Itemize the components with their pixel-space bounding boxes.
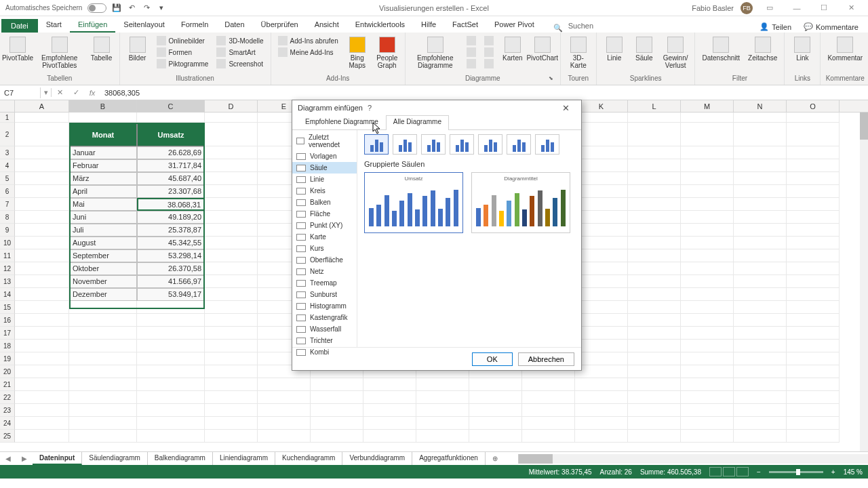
cell-O23[interactable] [787, 404, 840, 417]
cell-C7[interactable]: 38.068,31 [137, 198, 205, 211]
cell-O11[interactable] [787, 249, 840, 262]
cell-D2[interactable] [205, 123, 258, 146]
cell-L14[interactable] [628, 288, 681, 301]
chart-hierarchy-button[interactable] [464, 47, 479, 58]
chart-subtype-6[interactable] [535, 134, 559, 155]
view-pagebreak-button[interactable] [736, 467, 749, 476]
row-header-3[interactable]: 3 [0, 146, 15, 159]
cell-M21[interactable] [681, 378, 734, 391]
share-button[interactable]: 👤Teilen [754, 21, 797, 33]
sheet-tab-aggregatfunktionen[interactable]: Aggregatfunktionen [412, 452, 486, 465]
cell-N19[interactable] [734, 352, 787, 365]
row-header-20[interactable]: 20 [0, 365, 15, 378]
cell-D10[interactable] [205, 237, 258, 249]
myaddins-button[interactable]: Meine Add-Ins [275, 47, 341, 58]
table-button[interactable]: Tabelle [88, 35, 115, 63]
ribbon-tab-daten[interactable]: Daten [216, 18, 252, 33]
cell-N9[interactable] [734, 224, 787, 237]
row-header-2[interactable]: 2 [0, 123, 15, 146]
cell-N25[interactable] [734, 430, 787, 443]
name-box[interactable]: C7 [0, 87, 41, 98]
cell-K10[interactable] [575, 237, 628, 249]
cell-A2[interactable] [15, 123, 69, 146]
recommended-charts-button[interactable]: Empfohlene Diagramme [410, 35, 461, 70]
cell-G21[interactable] [363, 378, 416, 391]
comment-button[interactable]: Kommentar [825, 35, 865, 63]
cell-D24[interactable] [205, 417, 258, 430]
cell-F25[interactable] [311, 430, 363, 443]
chart-type-vorlagen[interactable]: Vorlagen [292, 150, 357, 162]
row-header-14[interactable]: 14 [0, 288, 15, 301]
cell-C24[interactable] [137, 417, 205, 430]
row-header-7[interactable]: 7 [0, 198, 15, 211]
chart-subtype-3[interactable] [450, 134, 474, 155]
cell-A23[interactable] [15, 404, 69, 417]
cell-D20[interactable] [205, 365, 258, 378]
cell-D6[interactable] [205, 185, 258, 198]
cell-D16[interactable] [205, 314, 258, 327]
dialog-close-icon[interactable]: ✕ [555, 103, 576, 113]
cancel-button[interactable]: Abbrechen [518, 352, 574, 366]
cell-M9[interactable] [681, 224, 734, 237]
cell-D13[interactable] [205, 275, 258, 288]
cell-M25[interactable] [681, 430, 734, 443]
cell-M18[interactable] [681, 340, 734, 352]
ribbon-tab-formeln[interactable]: Formeln [173, 18, 216, 33]
cell-L18[interactable] [628, 340, 681, 352]
cell-H25[interactable] [416, 430, 469, 443]
cell-M13[interactable] [681, 275, 734, 288]
cell-C1[interactable] [137, 113, 205, 123]
cell-A24[interactable] [15, 417, 69, 430]
cell-M17[interactable] [681, 327, 734, 340]
cell-D17[interactable] [205, 327, 258, 340]
fx-icon[interactable]: fx [84, 89, 100, 97]
recommended-pivot-button[interactable]: Empfohlene PivotTables [34, 35, 85, 70]
cell-C19[interactable] [137, 352, 205, 365]
cell-N18[interactable] [734, 340, 787, 352]
cell-K12[interactable] [575, 262, 628, 275]
col-header-C[interactable]: C [137, 100, 205, 112]
row-header-1[interactable]: 1 [0, 113, 15, 123]
cell-E25[interactable] [258, 430, 311, 443]
chart-type-histogramm[interactable]: Histogramm [292, 300, 357, 312]
cell-O6[interactable] [787, 185, 840, 198]
cell-H22[interactable] [416, 391, 469, 404]
cell-L24[interactable] [628, 417, 681, 430]
col-header-K[interactable]: K [575, 100, 628, 112]
cell-N1[interactable] [734, 113, 787, 123]
chart-type-karte[interactable]: Karte [292, 231, 357, 243]
cell-F22[interactable] [311, 391, 363, 404]
cell-O14[interactable] [787, 288, 840, 301]
col-header-M[interactable]: M [681, 100, 734, 112]
cell-N8[interactable] [734, 211, 787, 224]
chart-type-sunburst[interactable]: Sunburst [292, 289, 357, 300]
row-header-12[interactable]: 12 [0, 262, 15, 275]
peoplegraph-button[interactable]: People Graph [374, 35, 401, 70]
cell-C3[interactable]: 26.628,69 [137, 146, 205, 159]
cell-B3[interactable]: Januar [69, 146, 137, 159]
col-header-A[interactable]: A [15, 100, 69, 112]
row-header-10[interactable]: 10 [0, 237, 15, 249]
cell-C6[interactable]: 23.307,68 [137, 185, 205, 198]
cell-L2[interactable] [628, 123, 681, 146]
icons-button[interactable]: Piktogramme [154, 58, 212, 69]
row-header-19[interactable]: 19 [0, 352, 15, 365]
ribbon-tab-einfügen[interactable]: Einfügen [70, 18, 115, 33]
row-header-23[interactable]: 23 [0, 404, 15, 417]
cell-F23[interactable] [311, 404, 363, 417]
cell-K17[interactable] [575, 327, 628, 340]
cell-O20[interactable] [787, 365, 840, 378]
cell-D4[interactable] [205, 159, 258, 172]
screenshot-button[interactable]: Screenshot [214, 58, 266, 69]
ribbon-tab-seitenlayout[interactable]: Seitenlayout [115, 18, 173, 33]
cell-A17[interactable] [15, 327, 69, 340]
cell-J25[interactable] [522, 430, 575, 443]
row-header-6[interactable]: 6 [0, 185, 15, 198]
cell-D8[interactable] [205, 211, 258, 224]
cell-B4[interactable]: Februar [69, 159, 137, 172]
cell-L22[interactable] [628, 391, 681, 404]
cell-A11[interactable] [15, 249, 69, 262]
cell-L6[interactable] [628, 185, 681, 198]
cell-K1[interactable] [575, 113, 628, 123]
cell-O16[interactable] [787, 314, 840, 327]
